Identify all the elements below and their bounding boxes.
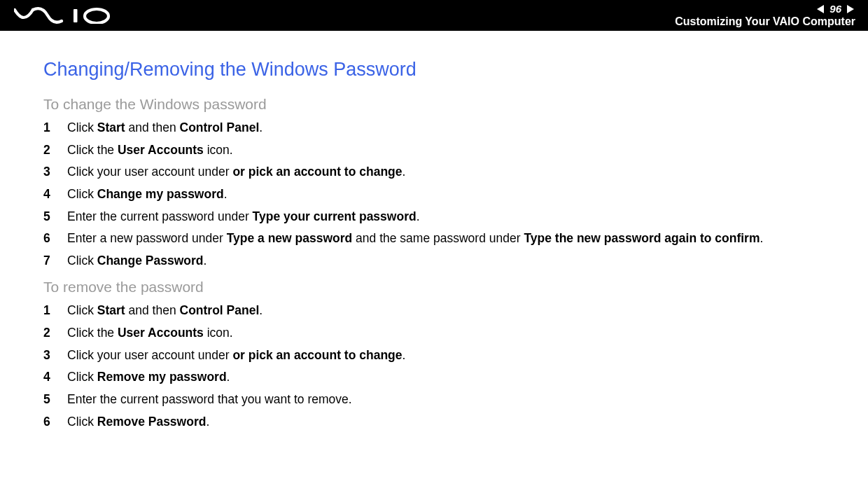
step-number: 3 [43, 347, 67, 364]
svg-rect-0 [74, 9, 78, 22]
step-number: 6 [43, 230, 67, 247]
header-page-nav: 96 [816, 3, 855, 15]
step-item: 6Click Remove Password. [43, 414, 825, 431]
step-text: Click Start and then Control Panel. [67, 120, 825, 137]
step-text: Click Remove my password. [67, 369, 825, 386]
step-text: Click Start and then Control Panel. [67, 303, 825, 319]
step-bold: Type the new password again to confirm [524, 231, 760, 245]
step-number: 5 [43, 391, 67, 408]
step-bold: or pick an account to change [232, 348, 402, 362]
step-bold: Start [97, 120, 125, 134]
step-item: 2Click the User Accounts icon. [43, 325, 825, 342]
nav-next-icon[interactable] [846, 4, 855, 14]
steps-change: 1Click Start and then Control Panel.2Cli… [43, 120, 825, 269]
step-number: 2 [43, 142, 67, 159]
step-text: Enter a new password under Type a new pa… [67, 230, 825, 247]
step-item: 4Click Change my password. [43, 186, 825, 203]
step-text: Enter the current password that you want… [67, 391, 825, 408]
page-title: Changing/Removing the Windows Password [43, 59, 825, 81]
step-number: 7 [43, 253, 67, 270]
step-item: 4Click Remove my password. [43, 369, 825, 386]
step-bold: Change my password [97, 187, 224, 201]
step-item: 1Click Start and then Control Panel. [43, 303, 825, 319]
step-text: Click Change my password. [67, 186, 825, 203]
step-bold: Change Password [97, 254, 204, 268]
step-bold: Remove Password [97, 415, 206, 429]
subtitle-change: To change the Windows password [43, 96, 825, 113]
step-bold: Control Panel [180, 120, 260, 134]
steps-remove: 1Click Start and then Control Panel.2Cli… [43, 303, 825, 430]
step-text: Click Remove Password. [67, 414, 825, 431]
step-item: 5Enter the current password that you wan… [43, 391, 825, 408]
step-bold: Type a new password [227, 231, 353, 245]
step-bold: User Accounts [118, 143, 204, 157]
svg-marker-2 [817, 5, 824, 13]
header-right: 96 Customizing Your VAIO Computer [675, 3, 855, 28]
step-number: 4 [43, 369, 67, 386]
page-content: Changing/Removing the Windows Password T… [0, 31, 868, 430]
step-bold: or pick an account to change [232, 165, 402, 179]
step-text: Click Change Password. [67, 253, 825, 270]
step-bold: User Accounts [118, 326, 204, 340]
step-item: 5Enter the current password under Type y… [43, 209, 825, 225]
svg-point-1 [85, 9, 108, 23]
step-bold: Remove my password [97, 370, 227, 384]
step-text: Click the User Accounts icon. [67, 142, 825, 159]
step-number: 3 [43, 164, 67, 181]
step-item: 2Click the User Accounts icon. [43, 142, 825, 159]
page-header: 96 Customizing Your VAIO Computer [0, 0, 868, 31]
step-number: 1 [43, 120, 67, 137]
step-bold: Start [97, 303, 125, 317]
step-number: 2 [43, 325, 67, 342]
vaio-logo [14, 7, 112, 24]
step-text: Enter the current password under Type yo… [67, 209, 825, 225]
step-item: 3Click your user account under or pick a… [43, 164, 825, 181]
step-item: 6Enter a new password under Type a new p… [43, 230, 825, 247]
step-number: 6 [43, 414, 67, 431]
step-item: 7Click Change Password. [43, 253, 825, 270]
page-number: 96 [830, 3, 841, 15]
step-text: Click your user account under or pick an… [67, 347, 825, 364]
step-number: 1 [43, 303, 67, 319]
svg-marker-3 [847, 5, 854, 13]
step-bold: Type your current password [253, 209, 416, 223]
step-item: 1Click Start and then Control Panel. [43, 120, 825, 137]
step-bold: Control Panel [180, 303, 260, 317]
step-item: 3Click your user account under or pick a… [43, 347, 825, 364]
step-number: 4 [43, 186, 67, 203]
step-number: 5 [43, 209, 67, 225]
section-title: Customizing Your VAIO Computer [675, 15, 855, 28]
nav-prev-icon[interactable] [816, 4, 825, 14]
step-text: Click your user account under or pick an… [67, 164, 825, 181]
step-text: Click the User Accounts icon. [67, 325, 825, 342]
subtitle-remove: To remove the password [43, 279, 825, 296]
